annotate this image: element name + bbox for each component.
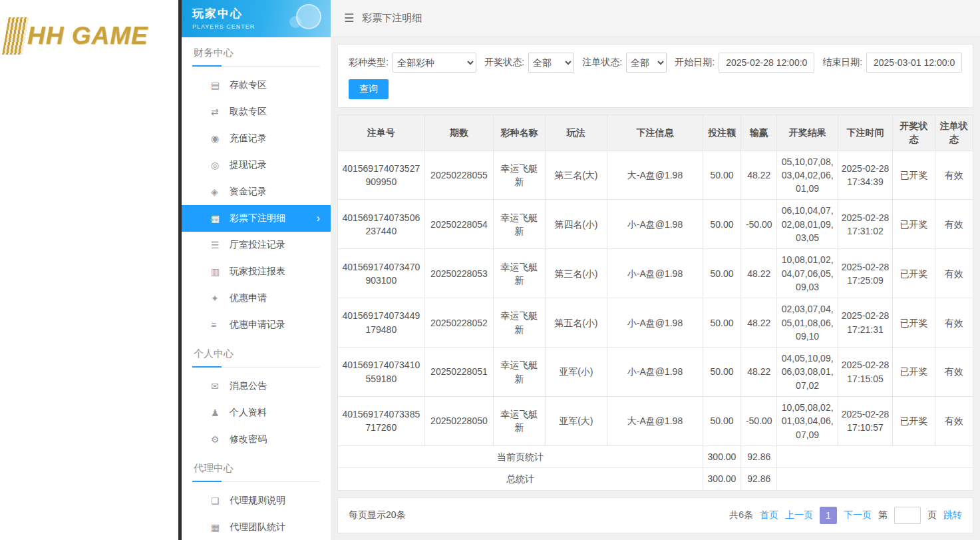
- cell-lottery-name: 幸运飞艇新: [494, 298, 545, 348]
- cell-bet-info: 小-A盘@1.98: [607, 200, 703, 249]
- cell-win-loss: -50.00: [741, 200, 777, 249]
- page-suffix-label: 页: [927, 509, 937, 521]
- cell-bet-time: 2025-02-28 17:21:31: [838, 298, 892, 348]
- per-page-label: 每页显示20条: [349, 509, 406, 521]
- cell-bet-number: 401569174073527909950: [338, 150, 425, 200]
- cell-draw-result: 06,10,04,07,02,08,01,09,03,05: [777, 200, 838, 249]
- sidebar-header: 玩家中心 PLAYERS CENTER: [182, 0, 331, 37]
- summary-winloss-total: 92.86: [741, 468, 777, 490]
- cell-period: 20250228052: [424, 298, 494, 348]
- cell-play-type: 第三名(小): [545, 249, 607, 298]
- table-header-cell: 输赢: [741, 115, 777, 151]
- start-date-input[interactable]: [719, 53, 814, 73]
- cell-draw-status: 已开奖: [893, 298, 935, 348]
- sidebar-item-agent-team-stats[interactable]: ▦ 代理团队统计: [182, 514, 331, 540]
- cell-draw-result: 05,10,07,08,03,04,02,06,01,09: [777, 150, 838, 200]
- sidebar-item-label: 个人资料: [230, 407, 267, 419]
- sidebar-item-label: 厅室投注记录: [230, 239, 285, 251]
- sidebar-item-withdrawal-records[interactable]: ◎ 提现记录: [182, 152, 331, 178]
- table-header-cell: 开奖状态: [893, 115, 935, 151]
- cell-bet-amount: 50.00: [703, 150, 740, 200]
- cell-bet-info: 小-A盘@1.98: [607, 249, 703, 298]
- bell-icon: ✉: [211, 381, 230, 392]
- cell-play-type: 亚军(小): [545, 348, 607, 397]
- cell-play-type: 亚军(大): [545, 397, 607, 446]
- cell-period: 20250228054: [424, 200, 494, 249]
- summary-label: 当前页统计: [338, 445, 703, 467]
- sidebar-item-promo-application-records[interactable]: ≡ 优惠申请记录: [182, 312, 331, 338]
- bet-status-select[interactable]: 全部: [626, 53, 667, 73]
- logo-text: HH GAME: [27, 22, 148, 50]
- table-row: 401569174073449179480 20250228052 幸运飞艇新 …: [338, 298, 973, 348]
- prev-page-link[interactable]: 上一页: [785, 509, 813, 521]
- sidebar-item-withdraw-zone[interactable]: ⇄ 取款专区: [182, 99, 331, 125]
- document-icon: ❏: [211, 495, 230, 506]
- sidebar-item-recharge-records[interactable]: ◉ 充值记录: [182, 125, 331, 152]
- sidebar-item-lottery-bet-details[interactable]: ▦ 彩票下注明细 ›: [182, 205, 331, 232]
- cell-win-loss: -50.00: [741, 397, 777, 446]
- cell-bet-number: 401569174073385717260: [338, 397, 425, 446]
- table-header-cell: 玩法: [545, 115, 607, 151]
- cell-bet-status: 有效: [935, 150, 973, 200]
- cell-bet-info: 大-A盘@1.98: [607, 150, 703, 200]
- sidebar-item-promo-application[interactable]: ✦ 优惠申请: [182, 285, 331, 312]
- sidebar-item-agent-rules[interactable]: ❏ 代理规则说明: [182, 487, 331, 514]
- cell-lottery-name: 幸运飞艇新: [494, 150, 545, 200]
- cell-bet-amount: 50.00: [703, 200, 740, 249]
- sidebar-item-label: 修改密码: [230, 433, 267, 445]
- cell-period: 20250228051: [424, 348, 494, 397]
- cell-lottery-name: 幸运飞艇新: [494, 397, 545, 446]
- end-date-input[interactable]: [866, 53, 962, 73]
- lottery-type-label: 彩种类型:: [349, 57, 389, 69]
- sidebar-item-label: 提现记录: [230, 159, 267, 171]
- first-page-link[interactable]: 首页: [760, 509, 778, 521]
- sidebar-item-fund-records[interactable]: ◈ 资金记录: [182, 178, 331, 205]
- cell-bet-info: 小-A盘@1.98: [607, 298, 703, 348]
- current-page-badge[interactable]: 1: [820, 507, 837, 524]
- section-title-finance: 财务中心: [192, 47, 320, 67]
- filter-card: 彩种类型: 全部彩种 开奖状态: 全部 注单状态: 全部 开始日期: 结束日期:: [337, 44, 973, 108]
- jump-link[interactable]: 跳转: [943, 509, 962, 521]
- lottery-type-select[interactable]: 全部彩种: [393, 53, 476, 73]
- cell-win-loss: 48.22: [741, 150, 777, 200]
- next-page-link[interactable]: 下一页: [844, 509, 872, 521]
- table-row: 401569174073527909950 20250228055 幸运飞艇新 …: [338, 150, 973, 200]
- table-header-cell: 期数: [424, 115, 494, 151]
- cell-period: 20250228055: [424, 150, 494, 200]
- main-area: ☰ 彩票下注明细 彩种类型: 全部彩种 开奖状态: 全部 注单状态: 全部: [331, 0, 980, 540]
- sidebar-item-announcements[interactable]: ✉ 消息公告: [182, 373, 331, 400]
- sidebar: 玩家中心 PLAYERS CENTER 财务中心 ▤ 存款专区 ⇄ 取款专区 ◉…: [182, 0, 331, 540]
- cell-bet-status: 有效: [935, 298, 973, 348]
- player-report-icon: ▥: [211, 266, 230, 277]
- query-button[interactable]: 查询: [349, 79, 389, 99]
- menu-toggle-icon[interactable]: ☰: [344, 11, 354, 25]
- topbar: ☰ 彩票下注明细: [331, 0, 980, 37]
- sidebar-item-player-bet-report[interactable]: ▥ 玩家投注报表: [182, 258, 331, 285]
- content: 彩种类型: 全部彩种 开奖状态: 全部 注单状态: 全部 开始日期: 结束日期:: [331, 37, 980, 540]
- table-header-cell: 彩种名称: [494, 115, 545, 151]
- chevron-right-icon: ›: [317, 212, 320, 224]
- cell-bet-number: 401569174073506237440: [338, 200, 425, 249]
- sidebar-item-hall-bet-records[interactable]: ☰ 厅室投注记录: [182, 232, 331, 258]
- cell-win-loss: 48.22: [741, 348, 777, 397]
- pager: 共6条 首页 上一页 1 下一页 第 页 跳转: [729, 507, 962, 524]
- cell-period: 20250228050: [424, 397, 494, 446]
- recharge-record-icon: ◉: [211, 133, 230, 144]
- sidebar-item-profile[interactable]: ♟ 个人资料: [182, 400, 331, 426]
- page-jump-input[interactable]: [894, 507, 921, 524]
- sidebar-item-change-password[interactable]: ⚙ 修改密码: [182, 426, 331, 453]
- table-head: 注单号期数彩种名称玩法下注信息投注额输赢开奖结果下注时间开奖状态注单状态: [338, 115, 973, 151]
- sidebar-item-deposit-zone[interactable]: ▤ 存款专区: [182, 72, 331, 99]
- cell-bet-time: 2025-02-28 17:34:39: [838, 150, 892, 200]
- table-body: 401569174073527909950 20250228055 幸运飞艇新 …: [338, 150, 973, 445]
- cell-bet-info: 大-A盘@1.98: [607, 397, 703, 446]
- cell-bet-number: 401569174073449179480: [338, 298, 425, 348]
- draw-status-label: 开奖状态:: [484, 57, 524, 69]
- cell-bet-time: 2025-02-28 17:15:05: [838, 348, 892, 397]
- table-row: 401569174073385717260 20250228050 幸运飞艇新 …: [338, 397, 973, 446]
- start-date-label: 开始日期:: [675, 57, 715, 69]
- cell-win-loss: 48.22: [741, 249, 777, 298]
- filter-row: 彩种类型: 全部彩种 开奖状态: 全部 注单状态: 全部 开始日期: 结束日期:: [349, 53, 962, 73]
- draw-status-select[interactable]: 全部: [528, 53, 574, 73]
- table-header-cell: 下注时间: [838, 115, 892, 151]
